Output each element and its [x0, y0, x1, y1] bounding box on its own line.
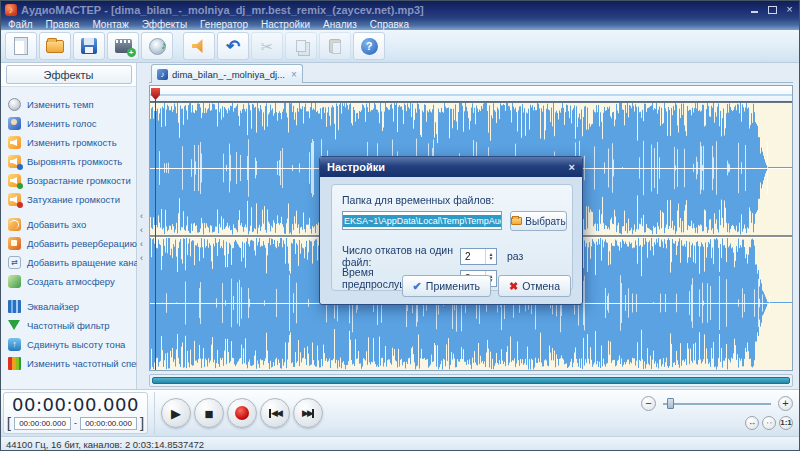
open-folder-icon: [46, 40, 64, 53]
tempo-clock-icon: [8, 98, 21, 111]
cancel-button[interactable]: ✖ Отмена: [498, 275, 571, 297]
zoom-slider-track[interactable]: [663, 403, 771, 405]
help-button[interactable]: ?: [353, 32, 385, 60]
restore-button[interactable]: [767, 5, 778, 14]
sidebar-item-label: Частотный фильтр: [27, 320, 110, 331]
sidebar-item[interactable]: Изменить голос: [8, 114, 136, 133]
menu-item-анализ[interactable]: Анализ: [323, 19, 357, 30]
dialog-close-icon[interactable]: ×: [569, 160, 575, 174]
copy-pages-icon: [296, 40, 306, 52]
undo-count-row: Число откатов на один файл: 2 ▲ ▼ раз: [342, 247, 567, 265]
menu-bar: ФайлПравкаМонтажЭффектыГенераторНастройк…: [1, 18, 800, 30]
window-title: АудиоМАСТЕР - [dima_bilan_-_molniya_dj_m…: [21, 4, 750, 16]
sidebar-item[interactable]: Возрастание громкости: [8, 171, 136, 190]
timeline-ruler[interactable]: [150, 86, 792, 102]
zoom-preset-buttons: ↔ ⇔ 1:1: [745, 416, 793, 430]
sidebar-item[interactable]: Добавить вращение каналов: [8, 253, 136, 272]
playhead-marker[interactable]: [151, 88, 160, 100]
volume-levels-button[interactable]: [183, 32, 215, 60]
menu-item-правка[interactable]: Правка: [46, 19, 80, 30]
record-button[interactable]: [227, 398, 257, 428]
menu-item-эффекты[interactable]: Эффекты: [142, 19, 187, 30]
zoom-in-button[interactable]: +: [778, 396, 793, 411]
selection-start-field[interactable]: 00:00:00.000: [14, 417, 71, 430]
stop-button[interactable]: ■: [194, 398, 224, 428]
sidebar-item[interactable]: Частотный фильтр: [8, 316, 136, 335]
sidebar-item-label: Добавить вращение каналов: [27, 257, 155, 268]
sidebar-item[interactable]: Добавить реверберацию: [8, 234, 136, 253]
voice-person-icon: [8, 117, 21, 130]
extract-from-video-button[interactable]: [107, 32, 139, 60]
transport-controls: ▶■◀◀▶▶: [154, 392, 319, 434]
fit-width-button[interactable]: ↔: [745, 416, 759, 430]
apply-button[interactable]: ✔ Применить: [402, 275, 491, 297]
volume-speaker-icon: [8, 136, 21, 149]
play-button[interactable]: ▶: [161, 398, 191, 428]
spinner-arrows[interactable]: ▲ ▼: [485, 249, 496, 264]
skip-to-start-icon: ◀◀: [269, 408, 281, 418]
window-controls: ×: [750, 5, 795, 14]
minimize-button[interactable]: [750, 5, 761, 14]
zoom-slider-thumb[interactable]: [667, 398, 674, 409]
dialog-title: Настройки: [327, 161, 569, 173]
sidebar-item[interactable]: Добавить эхо: [8, 215, 136, 234]
echo-speaker-icon: [8, 218, 21, 231]
dialog-titlebar[interactable]: Настройки ×: [320, 157, 582, 177]
effects-tab[interactable]: Эффекты: [6, 65, 132, 84]
spinner-down-icon[interactable]: ▼: [489, 256, 494, 260]
menu-item-файл[interactable]: Файл: [8, 19, 33, 30]
sidebar-item[interactable]: Изменить частотный спектр: [8, 354, 136, 373]
expand-chevron-icon[interactable]: ‹: [140, 239, 143, 249]
new-file-icon: [14, 37, 28, 55]
menu-item-монтаж[interactable]: Монтаж: [92, 19, 128, 30]
overview-scrollbar-thumb[interactable]: [152, 377, 790, 384]
sidebar-item[interactable]: Создать атмосферу: [8, 272, 136, 291]
sidebar-item-label: Эквалайзер: [27, 301, 79, 312]
fit-selection-button[interactable]: ⇔: [762, 416, 776, 430]
overview-scrollbar[interactable]: [149, 374, 793, 387]
close-button[interactable]: ×: [784, 5, 795, 14]
skip-end-button[interactable]: ▶▶: [293, 398, 323, 428]
menu-item-справка[interactable]: Справка: [370, 19, 409, 30]
sidebar-item-label: Изменить темп: [27, 99, 94, 110]
grab-from-cd-button[interactable]: [141, 32, 173, 60]
save-file-button[interactable]: [73, 32, 105, 60]
one-to-one-button[interactable]: 1:1: [779, 416, 793, 430]
paste-clipboard-icon: [329, 39, 341, 53]
document-tab[interactable]: ♪ dima_bilan_-_molniya_dj... ×: [151, 64, 303, 83]
window-titlebar: ♪ АудиоМАСТЕР - [dima_bilan_-_molniya_dj…: [1, 1, 800, 18]
skip-start-button[interactable]: ◀◀: [260, 398, 290, 428]
new-file-button[interactable]: [5, 32, 37, 60]
sidebar-item-label: Изменить голос: [27, 118, 97, 129]
sidebar-item-label: Выровнять громкость: [27, 156, 122, 167]
temp-folder-input[interactable]: EKSA~1\AppData\Local\Temp\TempAudioMaste…: [342, 211, 502, 230]
sidebar-item[interactable]: Эквалайзер: [8, 297, 136, 316]
sidebar-item[interactable]: Сдвинуть высоту тона: [8, 335, 136, 354]
playhead-line: [155, 100, 156, 370]
browse-button[interactable]: Выбрать: [510, 211, 567, 231]
undo-count-spinner[interactable]: 2 ▲ ▼: [460, 248, 497, 265]
menu-item-генератор[interactable]: Генератор: [200, 19, 248, 30]
open-file-button[interactable]: [39, 32, 71, 60]
cancel-button-label: Отмена: [522, 280, 560, 292]
expand-chevron-icon[interactable]: ‹: [140, 253, 143, 263]
speaker-slider-icon: [192, 39, 206, 53]
tab-close-icon[interactable]: ×: [291, 69, 297, 80]
undo-button[interactable]: ↶: [217, 32, 249, 60]
menu-item-настройки[interactable]: Настройки: [261, 19, 310, 30]
pitch-up-icon: [8, 338, 21, 351]
zoom-out-button[interactable]: −: [641, 396, 656, 411]
paste-button: [319, 32, 351, 60]
folder-icon: [511, 217, 522, 225]
video-plus-icon: [115, 39, 132, 53]
selection-end-field[interactable]: 00:00:00.000: [80, 417, 137, 430]
sidebar-item[interactable]: Изменить темп: [8, 95, 136, 114]
expand-chevron-icon[interactable]: ‹: [140, 211, 143, 221]
sidebar-item[interactable]: Выровнять громкость: [8, 152, 136, 171]
browse-button-label: Выбрать: [525, 216, 565, 227]
sidebar-item[interactable]: Затухание громкости: [8, 190, 136, 209]
document-tabbar: ♪ dima_bilan_-_molniya_dj... ×: [149, 63, 793, 83]
undo-count-label: Число откатов на один файл:: [342, 244, 460, 268]
expand-chevron-icon[interactable]: ‹: [140, 225, 143, 235]
sidebar-item[interactable]: Изменить громкость: [8, 133, 136, 152]
